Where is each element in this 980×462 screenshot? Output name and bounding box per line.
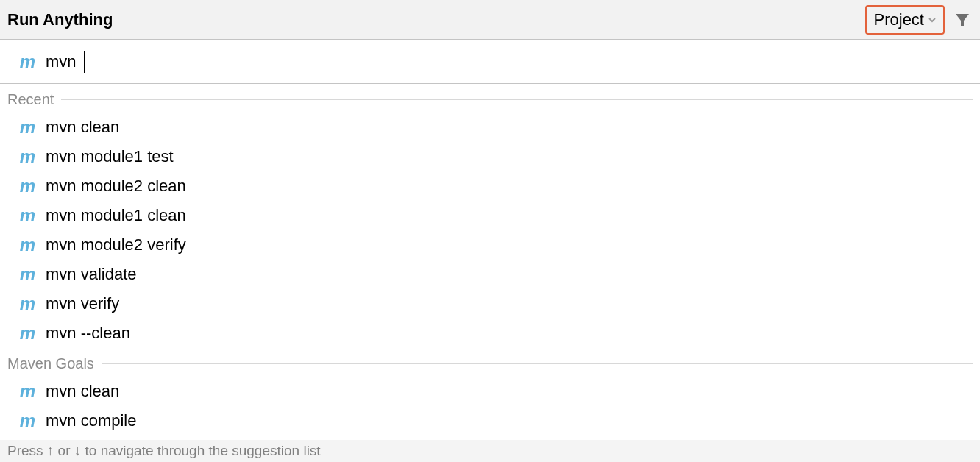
maven-icon: m	[16, 118, 38, 136]
maven-icon: m	[16, 295, 38, 313]
maven-icon: m	[16, 383, 38, 400]
search-input-text: mvn	[46, 52, 81, 71]
list-item-text: mvn verify	[46, 294, 119, 313]
list-item[interactable]: m mvn compile	[0, 406, 980, 436]
text-cursor	[84, 51, 85, 73]
section-divider	[102, 363, 973, 364]
maven-icon: m	[16, 324, 38, 342]
recent-list: m mvn clean m mvn module1 test m mvn mod…	[0, 110, 980, 348]
list-item-text: mvn module2 clean	[46, 177, 186, 196]
maven-icon: m	[16, 177, 38, 195]
section-label: Recent	[7, 91, 54, 108]
section-label: Maven Goals	[7, 355, 94, 372]
hint-footer: Press ↑ or ↓ to navigate through the sug…	[0, 440, 980, 462]
filter-button[interactable]	[951, 8, 974, 32]
list-item-text: mvn --clean	[46, 324, 130, 343]
list-item-text: mvn module1 test	[46, 147, 174, 166]
section-header-maven-goals: Maven Goals	[0, 355, 980, 374]
list-item-text: mvn clean	[46, 118, 119, 137]
list-item[interactable]: m mvn module1 test	[0, 142, 980, 171]
list-item-text: mvn module2 verify	[46, 235, 186, 255]
maven-icon: m	[16, 148, 38, 166]
dialog-title: Run Anything	[7, 10, 113, 29]
scope-dropdown[interactable]: Project	[865, 5, 945, 35]
section-header-recent: Recent	[0, 91, 980, 110]
list-item[interactable]: m mvn validate	[0, 260, 980, 289]
list-item-text: mvn validate	[46, 265, 137, 284]
scope-label: Project	[874, 10, 924, 29]
section-divider	[61, 99, 973, 100]
list-item-text: mvn clean	[46, 382, 119, 401]
header-controls: Project	[865, 5, 974, 35]
maven-icon: m	[16, 266, 38, 283]
maven-goals-list: m mvn clean m mvn compile	[0, 374, 980, 436]
list-item[interactable]: m mvn module2 clean	[0, 171, 980, 201]
search-input[interactable]: mvn	[46, 51, 85, 73]
list-item-text: mvn module1 clean	[46, 206, 186, 225]
maven-icon: m	[16, 207, 38, 224]
maven-icon: m	[16, 53, 38, 71]
list-item[interactable]: m mvn verify	[0, 289, 980, 319]
search-row[interactable]: m mvn	[0, 40, 980, 84]
section-recent: Recent m mvn clean m mvn module1 test m …	[0, 84, 980, 348]
list-item[interactable]: m mvn --clean	[0, 319, 980, 348]
filter-icon	[954, 12, 970, 28]
section-maven-goals: Maven Goals m mvn clean m mvn compile	[0, 348, 980, 436]
list-item[interactable]: m mvn module2 verify	[0, 230, 980, 260]
list-item[interactable]: m mvn clean	[0, 113, 980, 142]
maven-icon: m	[16, 236, 38, 254]
list-item[interactable]: m mvn module1 clean	[0, 201, 980, 230]
dialog-header: Run Anything Project	[0, 0, 980, 40]
maven-icon: m	[16, 412, 38, 430]
list-item-text: mvn compile	[46, 411, 136, 430]
list-item[interactable]: m mvn clean	[0, 377, 980, 406]
chevron-down-icon	[927, 15, 937, 25]
hint-text: Press ↑ or ↓ to navigate through the sug…	[7, 443, 321, 459]
